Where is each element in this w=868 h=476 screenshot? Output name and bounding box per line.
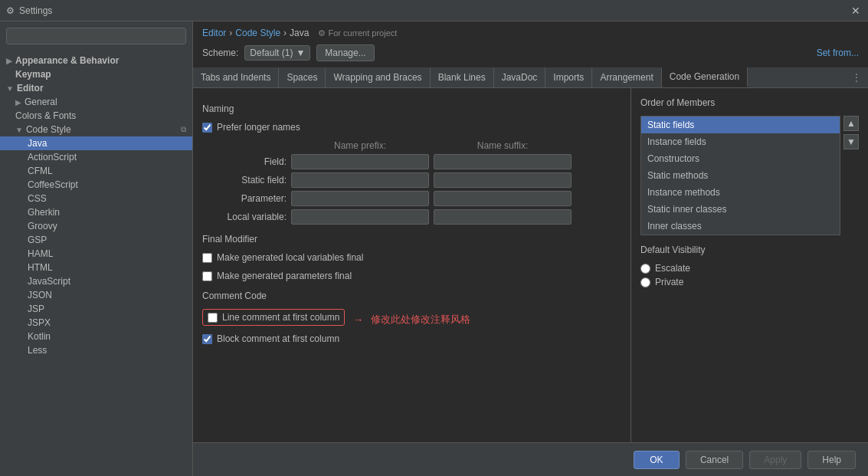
sidebar-item-css[interactable]: CSS xyxy=(0,192,192,205)
tab-arrangement[interactable]: Arrangement xyxy=(592,67,661,87)
prefer-longer-label: Prefer longer names xyxy=(217,122,300,133)
sidebar-item-java[interactable]: Java xyxy=(0,136,192,150)
sidebar-item-cfml[interactable]: CFML xyxy=(0,164,192,178)
sidebar-item-label: CFML xyxy=(28,166,53,176)
parameter-prefix-input[interactable] xyxy=(291,191,429,206)
private-radio[interactable] xyxy=(640,277,650,287)
sidebar-item-label: CSS xyxy=(28,193,47,204)
name-suffix-header: Name suffix: xyxy=(434,140,572,151)
order-item-instance-methods[interactable]: Instance methods xyxy=(641,184,840,201)
arrow-icon: ▶ xyxy=(15,98,21,107)
sidebar-item-json[interactable]: JSON xyxy=(0,288,192,302)
line-comment-checkbox[interactable] xyxy=(208,313,218,323)
sidebar-item-label: Java xyxy=(28,138,47,149)
static-field-label: Static field: xyxy=(202,172,287,188)
scheme-dropdown[interactable]: Default (1) ▼ xyxy=(244,45,310,61)
tab-spaces[interactable]: Spaces xyxy=(279,67,326,87)
sidebar-item-colors-fonts[interactable]: Colors & Fonts xyxy=(0,109,192,123)
tab-tabs-indents[interactable]: Tabs and Indents xyxy=(193,67,279,87)
default-visibility-title: Default Visibility xyxy=(640,245,859,255)
bottom-bar: OK Cancel Apply Help xyxy=(193,442,868,476)
local-variable-label: Local variable: xyxy=(202,209,287,225)
field-prefix-input[interactable] xyxy=(291,154,429,169)
apply-button[interactable]: Apply xyxy=(749,451,801,469)
sidebar-item-label: Colors & Fonts xyxy=(15,110,76,121)
sidebar-item-actionscript[interactable]: ActionScript xyxy=(0,150,192,164)
block-comment-checkbox[interactable] xyxy=(202,334,212,344)
parameter-suffix-input[interactable] xyxy=(434,191,572,206)
final-local-vars-checkbox[interactable] xyxy=(202,253,212,263)
close-button[interactable]: ✕ xyxy=(850,5,862,17)
sidebar-item-jsp[interactable]: JSP xyxy=(0,302,192,316)
scheme-label: Scheme: xyxy=(202,48,238,58)
cancel-button[interactable]: Cancel xyxy=(686,451,743,469)
sidebar-item-less[interactable]: Less xyxy=(0,343,192,357)
final-params-label: Make generated parameters final xyxy=(217,271,352,281)
sidebar-item-jspx[interactable]: JSPX xyxy=(0,316,192,330)
ok-button[interactable]: OK xyxy=(634,451,680,469)
final-modifier-title: Final Modifier xyxy=(202,234,621,245)
sidebar-item-keymap[interactable]: Keymap xyxy=(0,67,192,81)
content-area: Editor › Code Style › Java ⚙ For current… xyxy=(193,21,868,476)
field-suffix-input[interactable] xyxy=(434,154,572,169)
sidebar-item-coffeescript[interactable]: CoffeeScript xyxy=(0,178,192,192)
local-variable-suffix-input[interactable] xyxy=(434,209,572,225)
left-panel: Naming Prefer longer names Name prefix: … xyxy=(193,88,631,442)
tab-javadoc[interactable]: JavaDoc xyxy=(494,67,546,87)
right-panel: Order of Members Static fields Instance … xyxy=(631,88,868,442)
arrow-icon: ▶ xyxy=(6,57,12,65)
sidebar-item-label: Kotlin xyxy=(28,331,51,342)
sidebar-item-groovy[interactable]: Groovy xyxy=(0,219,192,233)
order-controls: ▲ ▼ xyxy=(843,116,859,149)
block-comment-row: Block comment at first column xyxy=(202,333,621,344)
copy-icon: ⧉ xyxy=(181,125,186,134)
default-visibility-section: Default Visibility Escalate Private xyxy=(640,245,859,287)
sidebar-item-general[interactable]: ▶ General xyxy=(0,95,192,109)
help-button[interactable]: Help xyxy=(807,451,856,469)
line-comment-box: Line comment at first column xyxy=(202,309,345,326)
escalate-radio[interactable] xyxy=(640,264,650,274)
order-item-static-fields[interactable]: Static fields xyxy=(641,117,840,133)
comment-code-section: Comment Code Line comment at first colum… xyxy=(202,291,621,344)
tab-code-generation[interactable]: Code Generation xyxy=(662,67,748,87)
manage-button[interactable]: Manage... xyxy=(316,44,374,61)
sidebar-item-javascript[interactable]: JavaScript xyxy=(0,274,192,288)
set-from-link[interactable]: Set from... xyxy=(817,48,859,58)
sidebar-item-appearance[interactable]: ▶ Appearance & Behavior xyxy=(0,54,192,67)
final-params-row: Make generated parameters final xyxy=(202,271,621,281)
order-item-static-inner-classes[interactable]: Static inner classes xyxy=(641,201,840,218)
order-down-button[interactable]: ▼ xyxy=(843,134,859,149)
arrow-icon: ▼ xyxy=(15,126,23,134)
static-field-prefix-input[interactable] xyxy=(291,172,429,188)
static-field-suffix-input[interactable] xyxy=(434,172,572,188)
sidebar-item-kotlin[interactable]: Kotlin xyxy=(0,330,192,343)
sidebar-item-label: Code Style xyxy=(26,124,71,135)
order-item-inner-classes[interactable]: Inner classes xyxy=(641,218,840,235)
scheme-row: Scheme: Default (1) ▼ Manage... Set from… xyxy=(193,41,868,67)
tab-wrapping[interactable]: Wrapping and Braces xyxy=(326,67,430,87)
order-up-button[interactable]: ▲ xyxy=(843,116,859,131)
prefer-longer-checkbox[interactable] xyxy=(202,123,212,133)
sidebar-item-editor[interactable]: ▼ Editor xyxy=(0,81,192,95)
tab-blank-lines[interactable]: Blank Lines xyxy=(431,67,494,87)
final-params-checkbox[interactable] xyxy=(202,271,212,281)
sidebar-item-label: HTML xyxy=(28,262,53,273)
tab-overflow-icon: ⋮ xyxy=(845,67,868,87)
sidebar-item-label: JSP xyxy=(28,304,44,314)
final-modifier-section: Final Modifier Make generated local vari… xyxy=(202,234,621,281)
order-of-members-title: Order of Members xyxy=(640,97,859,108)
sidebar-item-label: ActionScript xyxy=(28,152,77,162)
tab-imports[interactable]: Imports xyxy=(545,67,592,87)
annotation-text: 修改此处修改注释风格 xyxy=(371,313,470,327)
project-note: ⚙ For current project xyxy=(318,28,397,38)
sidebar-item-gherkin[interactable]: Gherkin xyxy=(0,205,192,219)
order-item-static-methods[interactable]: Static methods xyxy=(641,167,840,184)
order-item-instance-fields[interactable]: Instance fields xyxy=(641,133,840,150)
sidebar-item-html[interactable]: HTML xyxy=(0,261,192,274)
local-variable-prefix-input[interactable] xyxy=(291,209,429,225)
search-input[interactable] xyxy=(6,28,186,44)
order-item-constructors[interactable]: Constructors xyxy=(641,150,840,167)
sidebar-item-haml[interactable]: HAML xyxy=(0,247,192,261)
sidebar-item-code-style[interactable]: ▼ Code Style ⧉ xyxy=(0,123,192,136)
sidebar-item-gsp[interactable]: GSP xyxy=(0,233,192,247)
